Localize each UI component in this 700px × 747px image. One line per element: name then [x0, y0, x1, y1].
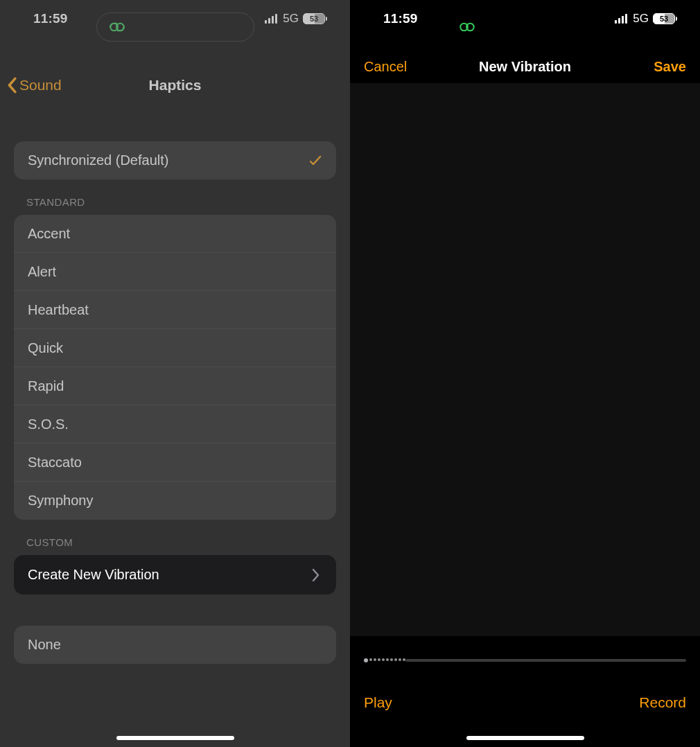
footer-controls: Play Record: [364, 694, 686, 711]
row-staccato[interactable]: Staccato: [14, 443, 336, 482]
link-icon: [107, 19, 128, 35]
back-button[interactable]: Sound: [6, 77, 62, 94]
row-symphony[interactable]: Symphony: [14, 482, 336, 520]
battery-percent: 53: [304, 14, 324, 24]
back-label: Sound: [19, 77, 62, 94]
section-header-standard: STANDARD: [14, 179, 336, 215]
none-group: None: [14, 626, 336, 664]
row-label: Alert: [28, 264, 56, 280]
chevron-right-icon: [308, 568, 322, 582]
row-heartbeat[interactable]: Heartbeat: [14, 291, 336, 329]
phone-new-vibration: 11:59 5G 53 Cancel New Vibration Save: [350, 0, 700, 747]
section-header-custom: CUSTOM: [14, 520, 336, 555]
battery-icon: 53: [303, 13, 325, 24]
record-button[interactable]: Record: [639, 694, 686, 711]
row-synchronized[interactable]: Synchronized (Default): [14, 141, 336, 179]
dynamic-island: [446, 12, 604, 42]
timeline-track: [405, 659, 686, 662]
vibration-timeline[interactable]: [364, 656, 686, 665]
default-group: Synchronized (Default): [14, 141, 336, 179]
row-sos[interactable]: S.O.S.: [14, 405, 336, 443]
page-title: Haptics: [149, 77, 202, 94]
row-label: Heartbeat: [28, 302, 89, 318]
modal-title: New Vibration: [479, 59, 571, 75]
chevron-left-icon: [6, 77, 18, 94]
checkmark-icon: [308, 154, 322, 168]
row-accent[interactable]: Accent: [14, 215, 336, 253]
cellular-signal-icon: [265, 14, 278, 24]
network-type: 5G: [283, 12, 299, 26]
row-quick[interactable]: Quick: [14, 329, 336, 367]
row-label: Quick: [28, 340, 63, 356]
row-label: Staccato: [28, 455, 82, 471]
vibration-tap-area[interactable]: [350, 83, 700, 636]
row-label: S.O.S.: [28, 416, 69, 432]
network-type: 5G: [633, 12, 649, 26]
row-alert[interactable]: Alert: [14, 253, 336, 291]
row-rapid[interactable]: Rapid: [14, 367, 336, 405]
play-button[interactable]: Play: [364, 694, 392, 711]
row-label: Synchronized (Default): [28, 152, 168, 168]
home-indicator[interactable]: [116, 736, 234, 740]
standard-group: Accent Alert Heartbeat Quick Rapid S.O.S…: [14, 215, 336, 520]
battery-icon: 53: [653, 13, 675, 24]
status-time: 11:59: [383, 11, 418, 26]
status-time: 11:59: [33, 11, 68, 26]
link-icon: [457, 19, 478, 35]
row-create-new-vibration[interactable]: Create New Vibration: [14, 555, 336, 595]
row-label: Rapid: [28, 378, 64, 394]
dynamic-island: [96, 12, 254, 42]
modal-nav: Cancel New Vibration Save: [350, 50, 700, 83]
cancel-button[interactable]: Cancel: [364, 59, 407, 75]
save-button[interactable]: Save: [654, 59, 686, 75]
home-indicator[interactable]: [466, 736, 584, 740]
phone-haptics-list: 11:59 5G 53 Sound Hapt: [0, 0, 350, 747]
nav-bar: Sound Haptics: [0, 66, 350, 105]
row-label: Symphony: [28, 493, 94, 509]
timeline-dots-icon: [364, 658, 405, 662]
battery-percent: 53: [654, 14, 674, 24]
row-label: None: [28, 637, 61, 653]
row-none[interactable]: None: [14, 626, 336, 664]
row-label: Create New Vibration: [28, 567, 159, 583]
row-label: Accent: [28, 226, 70, 242]
cellular-signal-icon: [615, 14, 628, 24]
